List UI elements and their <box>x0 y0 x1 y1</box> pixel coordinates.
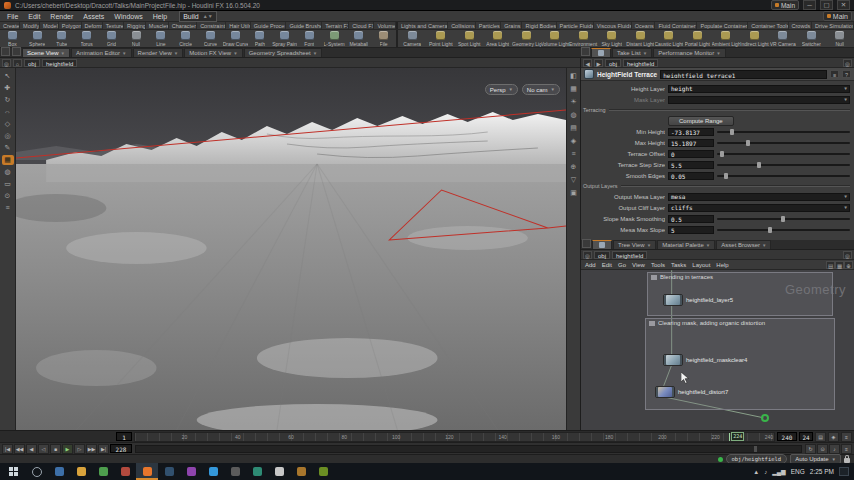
viewport-pane-tab[interactable]: Render View ▼ <box>133 48 184 57</box>
display-options-icon[interactable]: ≡ <box>2 203 14 213</box>
caustic-light-tool[interactable]: Caustic Light <box>655 30 684 47</box>
pane-split-icon[interactable] <box>1 47 10 56</box>
torus-tool[interactable]: Torus <box>74 30 99 47</box>
collapse-icon[interactable] <box>649 321 655 326</box>
network-menu-item[interactable]: Edit <box>599 262 615 268</box>
menu-item[interactable]: Assets <box>78 13 109 20</box>
path-tool[interactable]: Path <box>248 30 273 47</box>
keyframe-options-icon[interactable]: ◈ <box>828 432 839 442</box>
scale-tool-icon[interactable]: ⇔ <box>2 107 14 117</box>
box-tool[interactable]: Box <box>0 30 25 47</box>
shelf-tab[interactable]: Particle Fluids <box>557 22 594 29</box>
wireframe-toggle-icon[interactable]: ▦ <box>568 84 580 94</box>
range-slider-icon[interactable]: ▤ <box>815 432 826 442</box>
shelf-tab[interactable]: Rigging <box>124 22 146 29</box>
node-heightfield-maskclear4[interactable]: heightfield_maskclear4 <box>663 354 747 366</box>
area-light-tool[interactable]: Area Light <box>484 30 513 47</box>
camera-tool[interactable]: Camera <box>398 30 427 47</box>
min-height-field[interactable]: -73.8137 <box>668 128 714 136</box>
taskbar-app-6[interactable] <box>158 463 180 480</box>
material-toggle-icon[interactable]: ◍ <box>568 110 580 120</box>
indirect-light-tool[interactable]: Indirect Light <box>740 30 769 47</box>
smooth-edges-slider[interactable] <box>717 175 850 177</box>
path-crumb[interactable]: obj <box>594 251 610 259</box>
playback-settings-button[interactable]: ≡ <box>841 444 852 454</box>
shelf-tab[interactable]: Polygon <box>59 22 82 29</box>
font-tool[interactable]: Font <box>297 30 322 47</box>
terrace-step-size-field[interactable]: 5.5 <box>668 161 714 169</box>
go-to-end-button[interactable]: ▶| <box>98 444 109 454</box>
view-mode-pill[interactable]: Persp▼ <box>485 84 518 95</box>
mask-layer-field[interactable]: ▼ <box>668 96 850 104</box>
taskbar-app-8[interactable] <box>202 463 224 480</box>
node-name-field[interactable]: heightfield_terrace1 <box>660 70 827 79</box>
realtime-toggle-button[interactable]: ⊙ <box>817 444 828 454</box>
viewport-canvas[interactable]: Persp▼ No cam▼ <box>16 68 566 430</box>
timeline-playhead[interactable]: 224 <box>729 433 744 441</box>
shelf-tab[interactable]: Volume <box>374 22 396 29</box>
mirror-tool-icon[interactable]: ▭ <box>2 179 14 189</box>
shelf-tab[interactable]: Create <box>0 22 20 29</box>
shelf-tab[interactable]: Viscous Fluids <box>594 22 632 29</box>
taskbar-app-9[interactable] <box>224 463 246 480</box>
fps-field[interactable]: 24 <box>799 432 813 441</box>
taskbar-app-3[interactable] <box>92 463 114 480</box>
switcher-tool[interactable]: Switcher <box>797 30 826 47</box>
back-arrow-icon[interactable]: ◀ <box>583 59 592 67</box>
grid-snap-icon[interactable]: ▦ <box>835 261 844 269</box>
line-tool[interactable]: Line <box>149 30 174 47</box>
handles-tool-icon[interactable]: ◇ <box>2 119 14 129</box>
grid-toggle-icon[interactable]: ▤ <box>568 123 580 133</box>
menu-item[interactable]: Render <box>45 13 78 20</box>
terracing-section-header[interactable]: Terracing <box>583 105 850 115</box>
mesa-max-slope-field[interactable]: 5 <box>668 226 714 234</box>
edit-tool-icon[interactable]: ✎ <box>2 143 14 153</box>
collapse-icon[interactable] <box>651 275 657 280</box>
portal-light-tool[interactable]: Portal Light <box>683 30 712 47</box>
shelf-tab[interactable]: Particles <box>476 22 501 29</box>
translate-tool-icon[interactable]: ✚ <box>2 83 14 93</box>
viewport-pane-tab[interactable]: Scene View ▼ <box>22 48 70 57</box>
sky-light-tool[interactable]: Sky Light <box>598 30 627 47</box>
network-menu-item[interactable]: Layout <box>689 262 713 268</box>
tray-chevron-icon[interactable]: ▲ <box>753 469 759 475</box>
path-crumb[interactable]: heightfield <box>612 251 647 259</box>
output-layers-section-header[interactable]: Output Layers <box>583 181 850 191</box>
add-view-icon[interactable]: ⊕ <box>568 162 580 172</box>
spray-paint-tool[interactable]: Spray Paint <box>272 30 297 47</box>
go-to-start-button[interactable]: |◀ <box>2 444 13 454</box>
node-heightfield-layer5[interactable]: heightfield_layer5 <box>663 294 733 306</box>
shelf-tab[interactable]: Drive Simulation <box>812 22 854 29</box>
loop-mode-button[interactable]: ↻ <box>805 444 816 454</box>
mesa-max-slope-slider[interactable] <box>717 229 850 231</box>
pin-icon[interactable]: ◎ <box>2 59 11 67</box>
slope-mask-smoothing-slider[interactable] <box>717 218 850 220</box>
network-menu-item[interactable]: View <box>629 262 648 268</box>
shelf-tab[interactable]: Fluid Containers <box>655 22 697 29</box>
current-frame-field[interactable]: 228 <box>110 444 132 453</box>
compute-range-button[interactable]: Compute Range <box>668 116 734 126</box>
prev-keyframe-button[interactable]: ◀◀ <box>14 444 25 454</box>
distant-light-tool[interactable]: Distant Light <box>626 30 655 47</box>
metaball-tool[interactable]: Metaball <box>347 30 372 47</box>
max-height-field[interactable]: 15.1897 <box>668 139 714 147</box>
viewport-pane-tab[interactable]: Motion FX View ▼ <box>184 48 242 57</box>
snap-tool-icon[interactable]: ◎ <box>2 131 14 141</box>
volume-light-tool[interactable]: Volume Light <box>541 30 570 47</box>
step-forward-button[interactable]: ▷ <box>74 444 85 454</box>
viewport-pane-tab[interactable]: Geometry Spreadsheet ▼ <box>244 48 323 57</box>
slope-mask-smoothing-field[interactable]: 0.5 <box>668 215 714 223</box>
shelf-tab[interactable]: Rigid Bodies <box>522 22 556 29</box>
terrain-brush-tool-icon[interactable]: ▦ <box>2 155 14 165</box>
select-tool-icon[interactable]: ↖ <box>2 71 14 81</box>
output-cliff-layer-field[interactable]: cliffs ▼ <box>668 204 850 212</box>
network-icon[interactable]: ▂▄▆ <box>772 468 785 475</box>
environment-light-tool[interactable]: Environment Light <box>569 30 598 47</box>
play-reverse-button[interactable]: ◁ <box>38 444 49 454</box>
path-crumb[interactable]: obj <box>605 59 621 67</box>
maximize-button[interactable]: ▢ <box>820 0 833 10</box>
zoom-fit-icon[interactable]: ⊕ <box>844 261 853 269</box>
stop-button[interactable]: ■ <box>50 444 61 454</box>
pane-tab[interactable]: Take List ▼ <box>612 48 652 57</box>
start-frame-field[interactable]: 1 <box>116 432 132 441</box>
